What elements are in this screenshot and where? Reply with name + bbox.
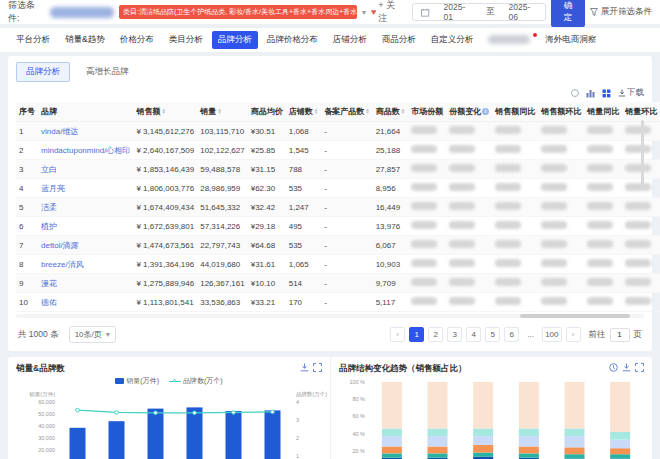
- brand-link[interactable]: dettol/滴露: [41, 241, 79, 250]
- cell-rank: 3: [16, 160, 38, 179]
- redacted-value: [541, 278, 567, 286]
- brand-link[interactable]: breeze/清风: [41, 260, 84, 269]
- cell-brand: 洁柔: [38, 198, 133, 217]
- sort-icon[interactable]: ▲▼: [161, 109, 165, 114]
- chevron-down-icon[interactable]: ▾: [362, 8, 366, 17]
- tab-价格分布[interactable]: 价格分布: [114, 31, 160, 49]
- cell-stores: 535: [286, 179, 321, 198]
- cell-redacted: [446, 217, 492, 236]
- column-header-备案产品数[interactable]: 备案产品数▲▼: [321, 102, 372, 122]
- brand-link[interactable]: 立白: [41, 165, 57, 174]
- chart-view-icon[interactable]: [586, 89, 595, 98]
- tab-商品分析[interactable]: 商品分析: [376, 31, 422, 49]
- indicator-circle-icon[interactable]: [571, 89, 579, 97]
- tab-海外电商洞察[interactable]: 海外电商洞察: [539, 31, 602, 49]
- page-button-100[interactable]: 100: [542, 327, 561, 342]
- cell-redacted: [408, 293, 446, 312]
- tab-类目分析[interactable]: 类目分析: [163, 31, 209, 49]
- brand-link[interactable]: mindactuponmind/心相印: [41, 146, 130, 155]
- jump-page-input[interactable]: [610, 328, 630, 342]
- legend-swatch: [115, 378, 124, 384]
- cell-redacted: [446, 179, 492, 198]
- cell-redacted: [408, 122, 446, 141]
- legend-item-销量(万件)[interactable]: 销量(万件): [115, 376, 159, 386]
- fullscreen-icon[interactable]: [313, 363, 322, 372]
- brand-link[interactable]: 洁柔: [41, 203, 57, 212]
- date-separator: 至: [486, 6, 495, 18]
- vertical-scrollbar[interactable]: [641, 120, 644, 190]
- page-button-6[interactable]: 6: [504, 327, 519, 342]
- page-button-2[interactable]: 2: [428, 327, 443, 342]
- download-button[interactable]: 下载: [618, 87, 644, 99]
- tab-店铺分析[interactable]: 店铺分析: [327, 31, 373, 49]
- page-button-1[interactable]: 1: [409, 327, 424, 342]
- cell-redacted: [492, 160, 538, 179]
- date-range-picker[interactable]: 2025-01 至 2025-06: [412, 3, 546, 21]
- fullscreen-icon[interactable]: [635, 363, 644, 372]
- cell-products: 9,709: [373, 274, 408, 293]
- follow-button[interactable]: ♥ + 关注: [371, 0, 402, 25]
- notification-dot: [533, 33, 537, 37]
- redacted-value: [625, 278, 651, 286]
- column-header-销量同比: 销量同比: [584, 102, 622, 122]
- tab-销量&趋势[interactable]: 销量&趋势: [59, 31, 111, 49]
- column-header-商品均价: 商品均价: [248, 102, 286, 122]
- cell-sales: ¥ 1,672,639,801: [133, 217, 197, 236]
- expand-filters-button[interactable]: 展开筛选条件: [590, 6, 652, 18]
- sort-icon[interactable]: ▲▼: [217, 109, 221, 114]
- cell-registered: -: [321, 141, 372, 160]
- page-button-5[interactable]: 5: [485, 327, 500, 342]
- table-row: 9漫花¥ 1,275,889,946126,367,161¥10.10514-9…: [16, 274, 660, 293]
- next-page-button[interactable]: ›: [566, 327, 581, 342]
- chart-download-icon[interactable]: [300, 363, 309, 372]
- brand-link[interactable]: vinda/维达: [41, 127, 78, 136]
- sort-icon[interactable]: ▲▼: [401, 109, 405, 114]
- column-header-销量[interactable]: 销量▲▼: [197, 102, 248, 122]
- tab-品牌分析[interactable]: 品牌分析: [212, 31, 258, 49]
- brand-link[interactable]: 漫花: [41, 279, 57, 288]
- chart-download-icon[interactable]: [622, 363, 631, 372]
- history-clock-icon[interactable]: [609, 363, 618, 372]
- scrollbar-thumb[interactable]: [520, 314, 630, 318]
- page-button-3[interactable]: 3: [447, 327, 462, 342]
- date-end[interactable]: 2025-06: [508, 2, 536, 22]
- page-size-select[interactable]: 10条/页 ▾: [69, 326, 116, 343]
- svg-text:3: 3: [296, 417, 299, 423]
- subtab-高增长品牌[interactable]: 高增长品牌: [76, 62, 139, 82]
- tab-redacted[interactable]: [482, 32, 536, 49]
- info-icon[interactable]: i: [482, 108, 489, 115]
- cell-brand: 植护: [38, 217, 133, 236]
- brand-link[interactable]: 蓝月亮: [41, 184, 65, 193]
- redacted-tab-label: [488, 35, 530, 44]
- cell-products: 13,976: [373, 217, 408, 236]
- table-view-icon[interactable]: [602, 89, 611, 98]
- sort-icon[interactable]: ▲▼: [365, 109, 369, 114]
- tab-自定义分析[interactable]: 自定义分析: [425, 31, 480, 49]
- table-row: 2mindactuponmind/心相印¥ 2,640,167,509102,1…: [16, 141, 660, 160]
- column-header-销售额[interactable]: 销售额▲▼: [133, 102, 197, 122]
- brand-link[interactable]: 植护: [41, 222, 57, 231]
- table-row: 6植护¥ 1,672,639,80157,314,226¥29.18495-13…: [16, 217, 660, 236]
- redacted-value: [541, 183, 567, 191]
- redacted-value: [411, 221, 437, 229]
- tab-品牌价格分布[interactable]: 品牌价格分布: [261, 31, 324, 49]
- page-button-4[interactable]: 4: [466, 327, 481, 342]
- sort-icon[interactable]: ▲▼: [314, 109, 318, 114]
- tab-平台分析[interactable]: 平台分析: [10, 31, 56, 49]
- confirm-button[interactable]: 确定: [551, 0, 585, 27]
- prev-page-button[interactable]: ‹: [390, 327, 405, 342]
- column-header-商品数[interactable]: 商品数▲▼: [373, 102, 408, 122]
- subtab-品牌分析[interactable]: 品牌分析: [16, 62, 70, 82]
- cell-redacted: [538, 274, 584, 293]
- cell-stores: 1,247: [286, 198, 321, 217]
- brand-structure-chart: 0 %20 %40 %60 %80 %100 %2025-012025-0220…: [339, 376, 651, 459]
- redacted-value: [411, 183, 437, 191]
- cell-redacted: [584, 179, 622, 198]
- expand-filters-label: 展开筛选条件: [601, 6, 652, 18]
- date-start[interactable]: 2025-01: [444, 2, 472, 22]
- total-count: 共 1000 条: [18, 329, 59, 341]
- column-header-店铺数[interactable]: 店铺数▲▼: [286, 102, 321, 122]
- legend-item-品牌数(万个)[interactable]: 品牌数(万个): [169, 376, 223, 386]
- horizontal-scrollbar[interactable]: [16, 314, 644, 318]
- brand-link[interactable]: 德佑: [41, 298, 57, 307]
